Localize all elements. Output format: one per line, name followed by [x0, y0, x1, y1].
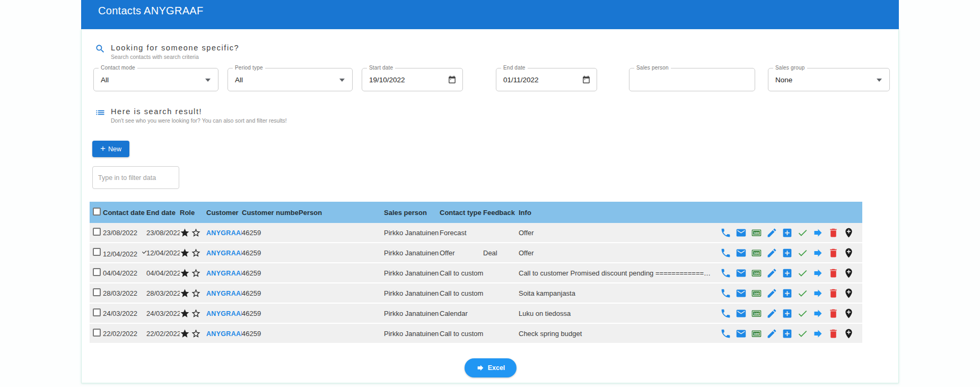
email-icon[interactable] — [736, 268, 747, 279]
check-icon[interactable] — [797, 288, 808, 299]
table-row: 24/03/2022 24/03/2022 ANYGRAAF 46259 Pir… — [90, 304, 862, 324]
money-icon[interactable]: 100 — [751, 308, 762, 319]
role-cell — [180, 228, 206, 238]
sales-group-select[interactable]: Sales group None — [768, 68, 890, 91]
edit-icon[interactable] — [766, 308, 777, 319]
add-icon[interactable] — [782, 268, 793, 279]
check-icon[interactable] — [797, 308, 808, 319]
forward-icon[interactable] — [812, 288, 824, 299]
check-icon[interactable] — [797, 268, 808, 279]
add-location-icon[interactable] — [843, 308, 854, 319]
row-checkbox[interactable] — [93, 308, 101, 316]
filter-input[interactable] — [92, 166, 179, 189]
chevron-down-icon[interactable] — [205, 79, 211, 82]
add-icon[interactable] — [782, 328, 793, 339]
row-checkbox[interactable] — [93, 248, 101, 256]
chevron-down-icon[interactable] — [339, 79, 345, 82]
forward-icon[interactable] — [812, 247, 824, 259]
chevron-down-icon[interactable] — [877, 79, 882, 82]
column-header-sales-person[interactable]: Sales person — [384, 209, 440, 217]
column-header-role[interactable]: Role — [180, 209, 206, 217]
phone-icon[interactable] — [720, 308, 731, 319]
customer-link[interactable]: ANYGRAAF — [206, 229, 242, 237]
sales-person-field[interactable]: Sales person — [629, 68, 755, 91]
end-date-cell: 28/03/2022 — [146, 289, 180, 297]
money-icon[interactable]: 100 — [751, 227, 762, 238]
contact-mode-select[interactable]: Contact mode All — [93, 68, 218, 91]
email-icon[interactable] — [736, 308, 747, 319]
edit-icon[interactable] — [766, 247, 777, 259]
customer-link[interactable]: ANYGRAAF — [206, 250, 242, 257]
row-actions: 100 — [713, 288, 862, 299]
row-checkbox[interactable] — [93, 288, 101, 296]
phone-icon[interactable] — [720, 247, 731, 259]
email-icon[interactable] — [736, 247, 747, 259]
column-header-customer-number[interactable]: Customer number — [242, 209, 299, 217]
money-icon[interactable]: 100 — [751, 247, 762, 259]
forward-icon[interactable] — [812, 308, 824, 319]
email-icon[interactable] — [736, 328, 747, 339]
new-button[interactable]: + New — [92, 141, 129, 157]
column-header-end-date[interactable]: End date — [146, 209, 180, 217]
column-header-customer[interactable]: Customer — [206, 209, 242, 217]
column-header-info[interactable]: Info — [519, 209, 713, 217]
column-header-feedback[interactable]: Feedback — [483, 209, 519, 217]
calendar-icon[interactable] — [448, 75, 457, 84]
check-icon[interactable] — [797, 328, 808, 339]
field-label: Sales person — [634, 65, 671, 71]
forward-icon[interactable] — [812, 268, 824, 279]
phone-icon[interactable] — [720, 288, 731, 299]
delete-icon[interactable] — [828, 247, 839, 259]
phone-icon[interactable] — [720, 268, 731, 279]
edit-icon[interactable] — [766, 288, 777, 299]
excel-button[interactable]: Excel — [465, 358, 517, 377]
row-checkbox[interactable] — [93, 228, 101, 236]
email-icon[interactable] — [736, 288, 747, 299]
phone-icon[interactable] — [720, 227, 731, 238]
add-location-icon[interactable] — [843, 227, 854, 238]
money-icon[interactable]: 100 — [751, 268, 762, 279]
add-icon[interactable] — [782, 308, 793, 319]
customer-link[interactable]: ANYGRAAF — [206, 330, 242, 338]
column-header-contact-date[interactable]: Contact date — [103, 209, 146, 217]
table-body: 23/08/2022 23/08/2022 ANYGRAAF 46259 Pir… — [90, 223, 862, 344]
delete-icon[interactable] — [828, 328, 839, 339]
column-header-person[interactable]: Person — [299, 209, 384, 217]
add-icon[interactable] — [782, 288, 793, 299]
delete-icon[interactable] — [828, 308, 839, 319]
period-type-select[interactable]: Period type All — [228, 68, 353, 91]
check-icon[interactable] — [797, 247, 808, 259]
add-location-icon[interactable] — [843, 288, 854, 299]
customer-link[interactable]: ANYGRAAF — [206, 270, 242, 277]
delete-icon[interactable] — [828, 288, 839, 299]
customer-link[interactable]: ANYGRAAF — [206, 310, 242, 317]
add-location-icon[interactable] — [843, 328, 854, 339]
delete-icon[interactable] — [828, 227, 839, 238]
check-icon[interactable] — [797, 227, 808, 238]
end-date-field[interactable]: End date 01/11/2022 — [496, 68, 597, 91]
column-header-contact-type[interactable]: Contact type — [440, 209, 483, 217]
add-location-icon[interactable] — [843, 247, 854, 259]
table-row: 04/04/2022 04/04/2022 ANYGRAAF 46259 Pir… — [90, 263, 862, 283]
forward-icon[interactable] — [812, 328, 824, 339]
add-location-icon[interactable] — [843, 268, 854, 279]
add-icon[interactable] — [782, 247, 793, 259]
phone-icon[interactable] — [720, 328, 731, 339]
page-title: Contacts ANYGRAAF — [81, 0, 899, 17]
customer-link[interactable]: ANYGRAAF — [206, 290, 242, 297]
money-icon[interactable]: 100 — [751, 328, 762, 339]
row-checkbox[interactable] — [93, 329, 101, 337]
email-icon[interactable] — [736, 227, 747, 238]
calendar-icon[interactable] — [582, 75, 591, 84]
edit-icon[interactable] — [766, 328, 777, 339]
star-filled-icon — [180, 248, 190, 258]
add-icon[interactable] — [782, 227, 793, 238]
forward-icon[interactable] — [812, 227, 824, 238]
delete-icon[interactable] — [828, 268, 839, 279]
row-checkbox[interactable] — [93, 268, 101, 276]
edit-icon[interactable] — [766, 268, 777, 279]
start-date-field[interactable]: Start date 19/10/2022 — [362, 68, 463, 91]
select-all-checkbox[interactable] — [93, 208, 101, 216]
money-icon[interactable]: 100 — [751, 288, 762, 299]
edit-icon[interactable] — [766, 227, 777, 238]
